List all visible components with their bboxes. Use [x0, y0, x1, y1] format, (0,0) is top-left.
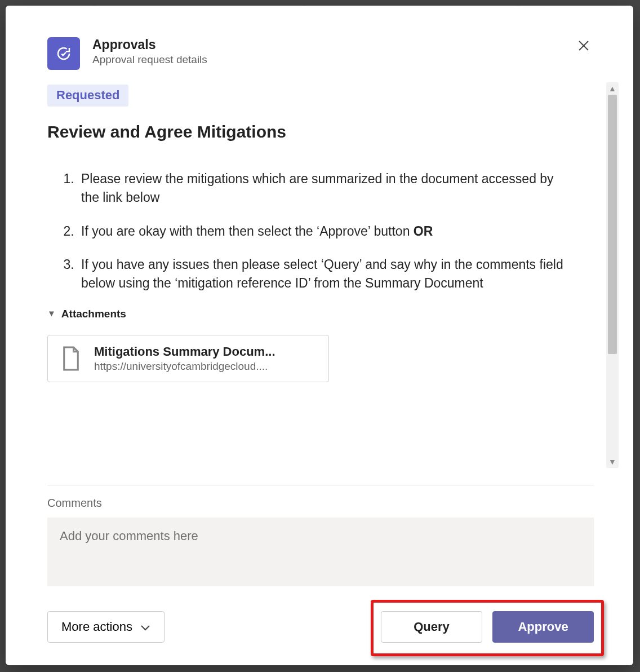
content-scrollbar[interactable]: ▲ ▼	[606, 82, 619, 468]
instruction-bold: OR	[414, 224, 433, 238]
app-title: Approvals	[92, 37, 207, 52]
divider	[47, 485, 594, 485]
comments-input[interactable]	[47, 518, 594, 586]
approval-modal: Approvals Approval request details Reque…	[6, 6, 633, 665]
primary-action-group: Query Approve	[381, 611, 594, 643]
modal-header: Approvals Approval request details	[47, 37, 594, 70]
instruction-item: If you have any issues then please selec…	[78, 255, 568, 293]
instructions-list: Please review the mitigations which are …	[78, 170, 590, 293]
comments-label: Comments	[47, 497, 594, 510]
more-actions-label: More actions	[61, 620, 132, 634]
instruction-text: Please review the mitigations which are …	[81, 171, 554, 205]
attachments-section-toggle[interactable]: ▼ Attachments	[47, 308, 590, 320]
chevron-down-icon: ▼	[47, 309, 56, 317]
attachment-name: Mitigations Summary Docum...	[94, 344, 308, 359]
chevron-down-icon	[140, 620, 150, 634]
document-icon	[60, 346, 82, 372]
status-badge: Requested	[47, 85, 128, 107]
close-button[interactable]	[574, 36, 594, 56]
instruction-text: If you have any issues then please selec…	[81, 257, 563, 290]
app-subtitle: Approval request details	[92, 54, 207, 66]
attachment-url: https://universityofcambridgecloud....	[94, 360, 308, 373]
close-icon	[577, 39, 590, 54]
instruction-text: If you are okay with them then select th…	[81, 224, 414, 238]
approvals-app-icon	[47, 37, 80, 70]
query-button[interactable]: Query	[381, 611, 482, 643]
instruction-item: Please review the mitigations which are …	[78, 170, 568, 207]
attachment-card[interactable]: Mitigations Summary Docum... https://uni…	[47, 335, 329, 382]
scroll-down-arrow-icon[interactable]: ▼	[606, 456, 619, 468]
scrollbar-thumb[interactable]	[608, 95, 617, 354]
instruction-item: If you are okay with them then select th…	[78, 222, 568, 241]
scroll-up-arrow-icon[interactable]: ▲	[606, 82, 619, 95]
request-title: Review and Agree Mitigations	[47, 122, 590, 142]
approve-button[interactable]: Approve	[492, 611, 594, 643]
more-actions-button[interactable]: More actions	[47, 611, 165, 643]
modal-footer: More actions Query Approve	[47, 611, 594, 643]
attachments-label: Attachments	[61, 308, 126, 320]
